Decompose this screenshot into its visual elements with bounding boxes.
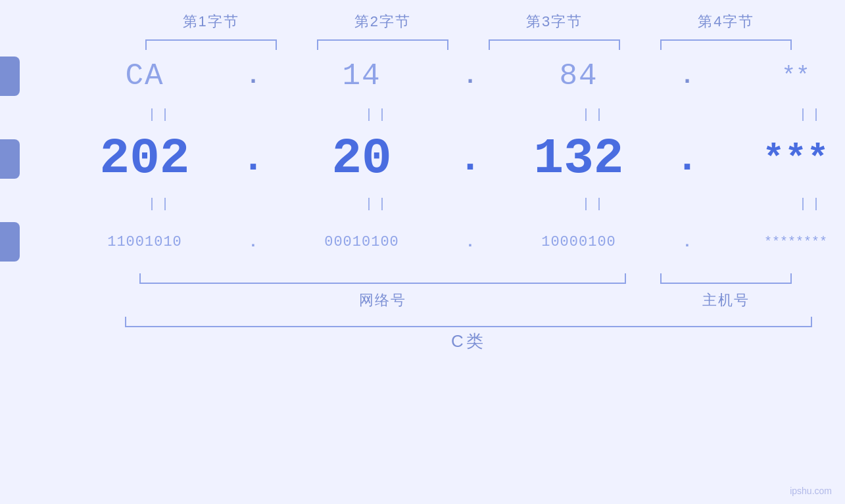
class-label: C类 bbox=[125, 330, 812, 353]
bin-dot-3: . bbox=[667, 233, 707, 251]
hex-cell-1: CA bbox=[56, 59, 233, 93]
bin-label: 2 进制 bbox=[0, 222, 20, 262]
bin-cell-2: 00010100 bbox=[273, 234, 450, 250]
eq-cell-2b: || bbox=[289, 196, 467, 212]
byte-header-3: 第3字节 bbox=[469, 12, 640, 32]
bracket-network-inner bbox=[139, 273, 626, 284]
bracket-top-4 bbox=[640, 35, 812, 50]
bracket-top-1 bbox=[125, 35, 297, 50]
bin-dot-2: . bbox=[450, 233, 490, 251]
eq-cell-2a: || bbox=[72, 196, 250, 212]
hex-value-2: 14 bbox=[342, 59, 381, 93]
bin-dot-1: . bbox=[233, 233, 273, 251]
dec-dot-2: . bbox=[450, 137, 490, 181]
dec-value-3: 132 bbox=[534, 131, 624, 187]
bracket-host bbox=[640, 273, 812, 288]
bracket-top-3 bbox=[469, 35, 640, 50]
eq-cell-2c: || bbox=[506, 196, 684, 212]
bin-value-2: 00010100 bbox=[324, 234, 399, 250]
network-label: 网络号 bbox=[125, 290, 640, 310]
hex-dot-1: . bbox=[233, 63, 273, 90]
bin-value-1: 11001010 bbox=[107, 234, 182, 250]
dec-row: 10 进制 202 . 20 . 132 . *** bbox=[0, 126, 845, 192]
bin-cell-1: 11001010 bbox=[56, 234, 233, 250]
dec-cells: 202 . 20 . 132 . *** bbox=[56, 131, 845, 187]
bracket-top-2 bbox=[297, 35, 468, 50]
hex-dot-2: . bbox=[450, 63, 490, 90]
class-bracket-inner bbox=[125, 317, 812, 327]
dec-cell-1: 202 bbox=[56, 131, 233, 187]
byte-header-1: 第1字节 bbox=[125, 12, 297, 32]
top-brackets bbox=[33, 35, 812, 50]
hex-cell-4: ** bbox=[707, 63, 845, 90]
eq-cell-1c: || bbox=[506, 107, 684, 122]
eq-cell-1b: || bbox=[289, 107, 467, 122]
hex-value-4: ** bbox=[781, 63, 809, 90]
bracket-top-inner-3 bbox=[489, 39, 620, 50]
segment-labels: 网络号 主机号 bbox=[33, 290, 812, 310]
dec-cell-2: 20 bbox=[273, 131, 450, 187]
bracket-network bbox=[125, 273, 640, 288]
hex-value-3: 84 bbox=[559, 59, 598, 93]
dec-label: 10 进制 bbox=[0, 139, 20, 179]
class-bracket-row bbox=[33, 317, 812, 327]
hex-cell-3: 84 bbox=[490, 59, 667, 93]
bin-row: 2 进制 11001010 . 00010100 . 10000100 . **… bbox=[0, 216, 845, 268]
dec-value-4: *** bbox=[763, 138, 829, 180]
bottom-brackets bbox=[33, 273, 812, 288]
dec-dot-1: . bbox=[233, 137, 273, 181]
dec-value-1: 202 bbox=[100, 131, 190, 187]
byte-header-4: 第4字节 bbox=[640, 12, 812, 32]
equals-row-2: || || || || bbox=[0, 192, 845, 216]
hex-cells: CA . 14 . 84 . ** bbox=[56, 59, 845, 93]
main-container: 第1字节 第2字节 第3字节 第4字节 16 进制 CA . bbox=[0, 0, 845, 504]
bracket-top-inner-1 bbox=[145, 39, 277, 50]
bin-value-3: 10000100 bbox=[541, 234, 616, 250]
byte-headers: 第1字节 第2字节 第3字节 第4字节 bbox=[33, 12, 812, 32]
eq-cell-2d: || bbox=[723, 196, 845, 212]
host-label: 主机号 bbox=[640, 290, 812, 310]
eq-cell-1a: || bbox=[72, 107, 250, 122]
hex-cell-2: 14 bbox=[273, 59, 450, 93]
bin-value-4: ******** bbox=[764, 235, 827, 250]
eq-cell-1d: || bbox=[723, 107, 845, 122]
hex-dot-3: . bbox=[667, 63, 707, 90]
watermark: ipshu.com bbox=[790, 486, 832, 496]
bracket-top-inner-2 bbox=[317, 39, 448, 50]
bin-cells: 11001010 . 00010100 . 10000100 . *******… bbox=[56, 233, 845, 251]
hex-label: 16 进制 bbox=[0, 57, 20, 96]
dec-dot-3: . bbox=[667, 137, 707, 181]
hex-row: 16 进制 CA . 14 . 84 . ** bbox=[0, 50, 845, 103]
dec-cell-4: *** bbox=[707, 138, 845, 180]
bin-cell-4: ******** bbox=[707, 235, 845, 250]
bin-cell-3: 10000100 bbox=[490, 234, 667, 250]
equals-row-1: || || || || bbox=[0, 103, 845, 126]
hex-value-1: CA bbox=[125, 59, 164, 93]
dec-cell-3: 132 bbox=[490, 131, 667, 187]
byte-header-2: 第2字节 bbox=[297, 12, 468, 32]
dec-value-2: 20 bbox=[331, 131, 391, 187]
bracket-top-inner-4 bbox=[660, 39, 792, 50]
class-label-row: C类 bbox=[33, 330, 812, 353]
bracket-host-inner bbox=[660, 273, 792, 284]
